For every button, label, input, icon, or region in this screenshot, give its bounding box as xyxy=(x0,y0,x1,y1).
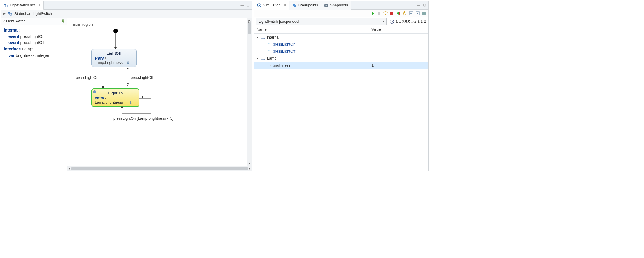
transition-press-on[interactable] xyxy=(102,67,104,90)
restart-button[interactable] xyxy=(402,11,407,16)
transition-initial xyxy=(115,33,116,51)
pin-icon[interactable] xyxy=(61,19,65,23)
breadcrumb[interactable]: ▶ Statechart LightSwitch xyxy=(1,10,252,18)
sim-window-controls: — ▢ xyxy=(417,3,428,7)
vertical-scrollbar[interactable]: ▴ ▾ xyxy=(247,18,252,166)
tab-label: Breakpoints xyxy=(298,3,318,7)
scroll-thumb[interactable] xyxy=(71,167,248,170)
variables-header: Name Value xyxy=(254,26,428,34)
svg-point-15 xyxy=(293,4,295,6)
state-lightoff[interactable]: LightOff entry / Lamp.brightness = 0 xyxy=(91,49,137,67)
tab-breakpoints[interactable]: Breakpoints xyxy=(289,1,322,10)
view-menu-button[interactable] xyxy=(421,11,427,16)
statechart-icon xyxy=(8,12,12,16)
scroll-right-icon[interactable]: ▸ xyxy=(249,167,251,170)
event-press-light-off[interactable]: pressLightOff xyxy=(254,48,428,55)
variable-name: brightness xyxy=(273,63,290,67)
svg-rect-19 xyxy=(325,4,327,5)
event-link[interactable]: pressLightOn xyxy=(273,42,295,46)
minimize-icon[interactable]: — xyxy=(240,3,244,7)
transition-label-press-off: pressLightOff xyxy=(131,75,153,80)
camera-icon xyxy=(324,3,328,7)
horizontal-scrollbar[interactable]: ◂ ▸ xyxy=(67,166,252,171)
transition-priority-1: 1 xyxy=(142,95,144,99)
chevron-down-icon: ▾ xyxy=(383,20,384,23)
definition-section: ◁ LightSwitch internal: event pressLight… xyxy=(1,18,67,166)
sim-toolbar xyxy=(254,10,428,17)
expand-all-button[interactable] xyxy=(415,11,420,16)
tab-label: Simulation xyxy=(263,3,281,7)
svg-text:{x}: {x} xyxy=(268,64,271,67)
breakpoint-badge-icon[interactable] xyxy=(93,90,96,93)
column-value[interactable]: Value xyxy=(369,26,428,33)
svg-rect-3 xyxy=(10,13,12,15)
flag-icon xyxy=(268,42,271,46)
editor-tabbar: LightSwitch.sct ✕ — ▢ xyxy=(1,1,252,10)
triangle-left-icon: ◁ xyxy=(3,19,5,23)
interface-icon xyxy=(261,35,265,39)
combo-value: LightSwitch [suspended] xyxy=(259,19,300,24)
app-root: LightSwitch.sct ✕ — ▢ ▶ Statechart Light… xyxy=(0,0,429,172)
scroll-thumb[interactable] xyxy=(248,22,251,34)
simulation-pane: Simulation ✕ Breakpoints Snapshots — ▢ xyxy=(254,1,429,171)
svg-rect-26 xyxy=(390,12,393,15)
definition-title: LightSwitch xyxy=(6,19,25,23)
svg-rect-23 xyxy=(379,12,380,15)
scope-internal[interactable]: ▾ internal xyxy=(254,34,428,41)
svg-rect-4 xyxy=(62,20,64,22)
collapse-all-button[interactable] xyxy=(409,11,414,16)
resume-button[interactable] xyxy=(370,11,375,16)
svg-marker-14 xyxy=(259,4,260,6)
svg-rect-36 xyxy=(422,13,426,15)
scroll-down-icon[interactable]: ▾ xyxy=(249,162,250,165)
tab-snapshots[interactable]: Snapshots xyxy=(321,1,351,10)
svg-marker-21 xyxy=(372,12,374,15)
transition-label-self: pressLightOn [Lamp.brightness < 5] xyxy=(113,116,173,121)
event-link[interactable]: pressLightOff xyxy=(273,49,295,53)
definition-code[interactable]: internal: event pressLightOn event press… xyxy=(1,25,67,61)
state-title: LightOn xyxy=(95,91,136,95)
scope-lamp[interactable]: ▾ Lamp xyxy=(254,55,428,62)
scroll-left-icon[interactable]: ◂ xyxy=(69,167,70,170)
instance-combo[interactable]: LightSwitch [suspended] ▾ xyxy=(256,18,387,25)
definition-header[interactable]: ◁ LightSwitch xyxy=(1,18,67,25)
statechart-diagram[interactable]: main region LightOff entry / Lamp.bright… xyxy=(69,20,245,164)
svg-marker-47 xyxy=(268,50,270,51)
flag-icon xyxy=(268,49,271,53)
initial-state-icon[interactable] xyxy=(113,29,118,33)
interface-icon xyxy=(261,56,265,60)
editor-pane: LightSwitch.sct ✕ — ▢ ▶ Statechart Light… xyxy=(1,1,252,171)
statechart-file-icon xyxy=(4,3,8,7)
chevron-down-icon[interactable]: ▾ xyxy=(256,36,259,39)
svg-marker-29 xyxy=(404,11,406,13)
svg-marker-45 xyxy=(268,43,270,44)
event-press-light-on[interactable]: pressLightOn xyxy=(254,41,428,48)
svg-marker-11 xyxy=(127,67,129,69)
tab-lightswitch-sct[interactable]: LightSwitch.sct ✕ xyxy=(1,1,44,10)
close-icon[interactable]: ✕ xyxy=(284,3,286,7)
column-name[interactable]: Name xyxy=(254,26,369,33)
clock-value: 00:00:16.600 xyxy=(396,19,427,24)
diagram-area: main region LightOff entry / Lamp.bright… xyxy=(67,18,252,166)
minimize-icon[interactable]: — xyxy=(417,3,421,7)
terminate-button[interactable] xyxy=(389,11,395,16)
variable-value[interactable]: 1 xyxy=(369,62,428,69)
triangle-right-icon: ▷ xyxy=(248,20,251,23)
svg-marker-27 xyxy=(397,12,399,15)
editor-split: ◁ LightSwitch internal: event pressLight… xyxy=(1,18,252,166)
tab-simulation[interactable]: Simulation ✕ xyxy=(254,1,289,10)
scope-label: internal xyxy=(267,35,280,39)
maximize-icon[interactable]: ▢ xyxy=(246,3,250,7)
chevron-right-icon: ▶ xyxy=(3,12,6,15)
sim-status-row: LightSwitch [suspended] ▾ 00:00:16.600 xyxy=(254,17,428,26)
state-lighton[interactable]: LightOn entry / Lamp.brightness += 1 xyxy=(91,88,139,107)
step-back-button[interactable] xyxy=(396,11,401,16)
variable-brightness[interactable]: {x} brightness 1 xyxy=(254,62,428,69)
step-over-button[interactable] xyxy=(383,11,388,16)
maximize-icon[interactable]: ▢ xyxy=(423,3,427,7)
pause-button[interactable] xyxy=(376,11,382,16)
chevron-down-icon[interactable]: ▾ xyxy=(256,57,259,60)
state-title: LightOff xyxy=(95,51,133,55)
close-icon[interactable]: ✕ xyxy=(38,3,41,7)
tab-label: LightSwitch.sct xyxy=(10,3,35,7)
